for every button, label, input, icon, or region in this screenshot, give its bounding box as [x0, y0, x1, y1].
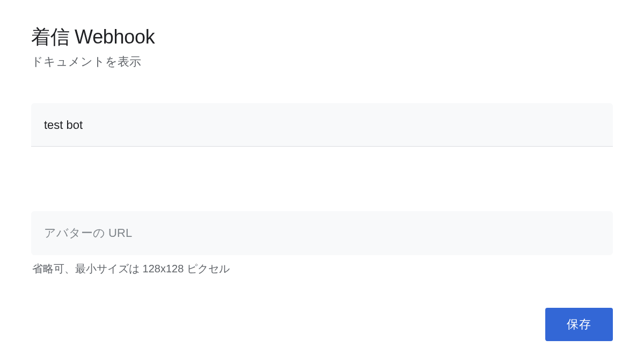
name-field-group — [31, 103, 613, 147]
view-docs-link[interactable]: ドキュメントを表示 — [31, 54, 141, 70]
page-title: 着信 Webhook — [31, 24, 613, 50]
avatar-help-text: 省略可、最小サイズは 128x128 ピクセル — [31, 262, 613, 276]
webhook-name-input[interactable] — [31, 103, 613, 147]
avatar-url-input[interactable] — [31, 211, 613, 255]
save-button[interactable]: 保存 — [545, 308, 613, 341]
action-row: 保存 — [545, 308, 613, 341]
avatar-field-group: 省略可、最小サイズは 128x128 ピクセル — [31, 211, 613, 276]
